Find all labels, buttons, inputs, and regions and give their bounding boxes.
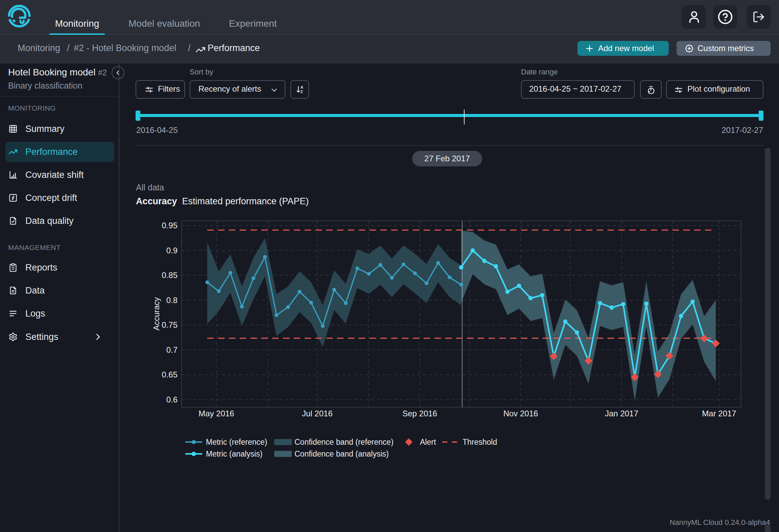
svg-text:Jul 2016: Jul 2016 — [302, 409, 333, 418]
svg-text:Jan 2017: Jan 2017 — [605, 409, 638, 418]
svg-text:Sep 2016: Sep 2016 — [402, 409, 437, 418]
svg-text:0.9: 0.9 — [166, 246, 178, 255]
svg-text:Metric (analysis): Metric (analysis) — [206, 449, 262, 458]
svg-text:0.7: 0.7 — [166, 345, 178, 354]
svg-text:Accuracy: Accuracy — [152, 297, 161, 331]
svg-text:Threshold: Threshold — [463, 438, 497, 446]
svg-text:Metric (reference): Metric (reference) — [206, 438, 267, 446]
svg-text:May 2016: May 2016 — [198, 409, 234, 418]
svg-text:0.6: 0.6 — [166, 395, 178, 404]
svg-text:Confidence band (reference): Confidence band (reference) — [294, 438, 394, 446]
svg-text:0.75: 0.75 — [162, 320, 178, 329]
svg-text:0.8: 0.8 — [166, 296, 178, 305]
svg-text:0.85: 0.85 — [162, 271, 178, 280]
svg-text:Nov 2016: Nov 2016 — [503, 409, 538, 418]
svg-text:0.95: 0.95 — [162, 221, 178, 230]
svg-text:Mar 2017: Mar 2017 — [702, 409, 736, 418]
svg-text:Alert: Alert — [420, 438, 436, 446]
svg-text:0.65: 0.65 — [162, 370, 178, 379]
svg-text:Confidence band (analysis): Confidence band (analysis) — [294, 449, 389, 458]
